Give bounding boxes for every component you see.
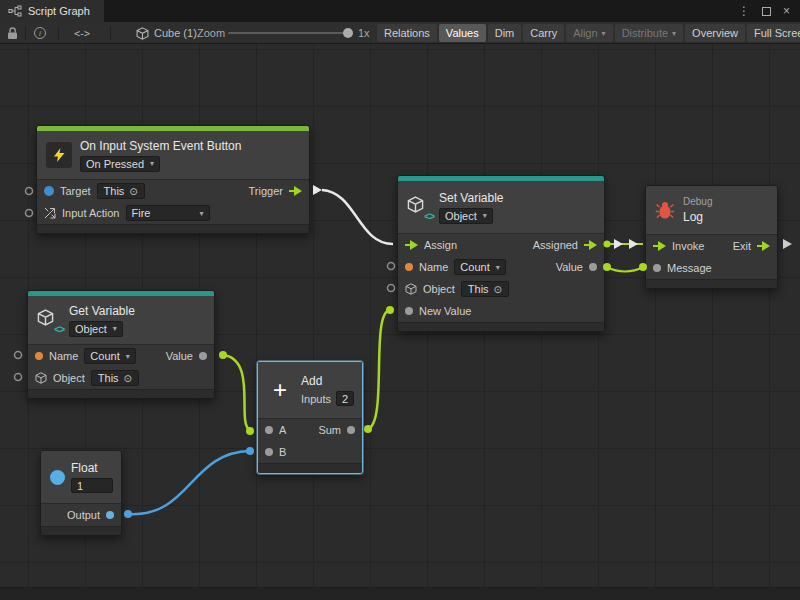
port-target-unconnected[interactable]	[26, 188, 33, 195]
event-mode-dropdown[interactable]: On Pressed	[80, 156, 160, 172]
node-title: Get Variable	[69, 304, 135, 318]
input-action-dropdown[interactable]: Fire	[126, 205, 210, 221]
port-name-unconnected[interactable]	[388, 263, 395, 270]
message-input-port[interactable]	[653, 264, 661, 272]
b-input-port[interactable]	[265, 448, 273, 456]
inputs-count-field[interactable]: 2	[336, 391, 354, 406]
align-button[interactable]: Align▾	[566, 24, 612, 42]
a-input-port[interactable]	[265, 426, 273, 434]
assign-input-port[interactable]	[405, 239, 418, 251]
name-label: Name	[49, 350, 78, 362]
port-object-unconnected[interactable]	[388, 285, 395, 292]
a-row: A Sum	[258, 419, 362, 441]
gameobject-type-icon	[44, 186, 54, 196]
variable-scope-dropdown[interactable]: Object	[69, 321, 123, 337]
node-set-variable[interactable]: <> Set Variable Object Assign Assigned	[397, 175, 605, 332]
object-this-chip[interactable]: This	[461, 281, 509, 297]
full-screen-button[interactable]: Full Screen	[747, 24, 800, 42]
tab-script-graph[interactable]: Script Graph	[0, 0, 104, 22]
node-float[interactable]: Float 1 Output	[40, 450, 122, 536]
close-icon[interactable]: ×	[783, 4, 790, 18]
float-value-field[interactable]: 1	[71, 478, 113, 493]
node-debug-log[interactable]: Debug Log Invoke Exit Message	[645, 185, 778, 289]
toolbar-separator	[58, 26, 59, 40]
exit-output-port[interactable]	[757, 240, 770, 252]
tab-label: Script Graph	[28, 5, 90, 17]
node-title: Log	[683, 210, 712, 224]
relations-button[interactable]: Relations	[377, 24, 437, 42]
wire-sum-to-new-value[interactable]	[368, 310, 390, 429]
invoke-input-port[interactable]	[653, 240, 666, 252]
output-port[interactable]	[106, 511, 114, 519]
trigger-label: Trigger	[249, 185, 283, 197]
object-row: Object This	[398, 278, 604, 300]
bug-icon	[655, 200, 675, 220]
port-name-unconnected[interactable]	[15, 352, 22, 359]
sum-output-port[interactable]	[347, 426, 355, 434]
node-title: Add	[301, 374, 354, 388]
target-this-chip[interactable]: This	[97, 183, 145, 199]
node-get-variable[interactable]: <> Get Variable Object Name Count Value	[27, 290, 215, 399]
port-input-action-unconnected[interactable]	[26, 210, 33, 217]
object-this-chip[interactable]: This	[91, 370, 139, 386]
titlebar: Script Graph ⋮ ×	[0, 0, 800, 22]
maximize-icon[interactable]	[762, 7, 771, 16]
value-output-port[interactable]	[199, 352, 207, 360]
wire-trigger-to-assign[interactable]	[322, 190, 393, 244]
node-on-input-system-event-button[interactable]: On Input System Event Button On Pressed …	[36, 125, 310, 234]
trigger-output-port[interactable]	[289, 185, 302, 197]
name-input-port[interactable]	[35, 352, 43, 360]
fit-graph-icon[interactable]: <->	[74, 22, 89, 44]
zoom-label: Zoom	[197, 22, 225, 44]
exit-arrowhead	[783, 239, 792, 249]
name-dropdown[interactable]: Count	[454, 259, 505, 275]
distribute-button[interactable]: Distribute▾	[615, 24, 683, 42]
value-label: Value	[166, 350, 193, 362]
float-type-icon	[50, 470, 65, 485]
name-row: Name Count Value	[28, 345, 214, 367]
zoom-slider[interactable]	[228, 32, 348, 34]
b-label: B	[279, 446, 286, 458]
variable-scope-dropdown[interactable]: Object	[439, 208, 493, 224]
assigned-output-port[interactable]	[584, 239, 597, 251]
name-input-port[interactable]	[405, 263, 413, 271]
node-footer	[398, 322, 604, 331]
flow-arrowhead	[313, 185, 322, 195]
new-value-row: New Value	[398, 300, 604, 322]
value-output-port[interactable]	[589, 263, 597, 271]
input-action-row: Input Action Fire	[37, 202, 309, 224]
node-footer	[258, 463, 362, 473]
object-label: Object	[53, 372, 85, 384]
input-action-label: Input Action	[62, 207, 120, 219]
values-button[interactable]: Values	[439, 24, 486, 42]
node-add[interactable]: Add Inputs 2 A Sum	[257, 361, 363, 474]
message-label: Message	[667, 262, 712, 274]
wire-value-to-message[interactable]	[607, 267, 643, 272]
toolbar-separator	[25, 26, 26, 40]
menu-icon[interactable]: ⋮	[738, 4, 750, 18]
wire-output-to-b[interactable]	[128, 451, 250, 514]
port-object-unconnected[interactable]	[15, 374, 22, 381]
node-footer	[646, 279, 777, 288]
lock-icon[interactable]	[7, 22, 18, 44]
context-breadcrumb[interactable]: Cube (1)	[136, 22, 197, 44]
canvas-bottom-edge	[0, 587, 800, 600]
new-value-input-port[interactable]	[405, 307, 413, 315]
overview-button[interactable]: Overview	[685, 24, 745, 42]
cube-icon	[405, 283, 417, 295]
chevron-down-icon: ▾	[672, 29, 676, 38]
dim-button[interactable]: Dim	[488, 24, 522, 42]
name-dropdown[interactable]: Count	[84, 348, 135, 364]
node-footer	[28, 389, 214, 398]
plus-icon	[267, 377, 293, 403]
info-icon[interactable]	[34, 22, 46, 44]
new-value-label: New Value	[419, 305, 471, 317]
chevron-down-icon: ▾	[602, 29, 606, 38]
node-footer	[37, 224, 309, 233]
invoke-label: Invoke	[672, 240, 704, 252]
graph-canvas[interactable]: On Input System Event Button On Pressed …	[0, 44, 800, 600]
carry-button[interactable]: Carry	[523, 24, 564, 42]
graph-icon	[8, 5, 22, 17]
wire-value-to-a[interactable]	[223, 355, 250, 430]
zoom-slider-handle[interactable]	[343, 28, 353, 38]
